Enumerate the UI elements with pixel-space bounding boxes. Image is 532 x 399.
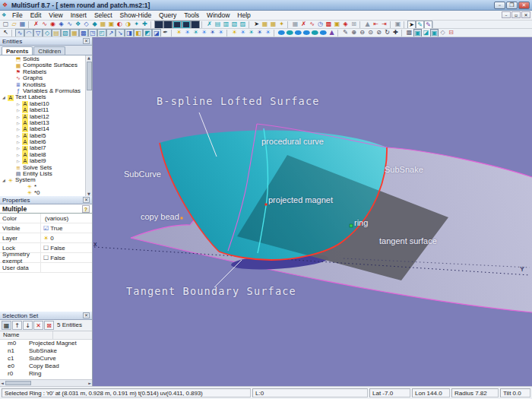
tree-vertical-scrollbar[interactable]: ▲ ▼ — [85, 55, 92, 196]
toolbar-icon[interactable]: ⇤ — [372, 21, 380, 29]
toolbar-icon[interactable]: ▦ — [99, 21, 107, 29]
property-value-icon[interactable]: ☐ — [43, 245, 49, 252]
toolbar-icon[interactable]: ☀ — [217, 29, 225, 37]
property-value-icon[interactable]: ☐ — [43, 255, 49, 261]
tree-item[interactable]: ✳ *0 — [0, 190, 85, 196]
toolbar-icon[interactable]: ↖ — [2, 29, 10, 37]
toolbar-icon[interactable] — [201, 21, 204, 28]
toolbar-icon[interactable]: ▲ — [363, 21, 372, 29]
property-value-icon[interactable]: ☀ — [43, 235, 49, 242]
toolbar-icon[interactable]: ✦ — [132, 21, 141, 29]
toolbar-icon[interactable]: ➤ — [252, 21, 261, 29]
properties-panel-header[interactable]: Properties ✕ — [0, 196, 92, 204]
toolbar-icon[interactable]: ✗ — [32, 21, 40, 29]
toolbar-icon[interactable] — [390, 21, 392, 28]
toolbar-icon[interactable]: ⊞ — [350, 21, 358, 29]
property-value-icon[interactable]: ☑ — [43, 225, 49, 232]
toolbar-icon[interactable]: ∿ — [15, 29, 24, 37]
tree-expander-icon[interactable]: ▷ — [17, 145, 22, 151]
property-row[interactable]: Visible ☑ True — [0, 223, 92, 233]
menu-item[interactable]: Help — [233, 11, 254, 19]
entities-panel-header[interactable]: Entities ✕ — [0, 37, 92, 46]
toolbar-icon[interactable]: ▢ — [2, 21, 10, 29]
toolbar-icon[interactable]: ⊖ — [358, 29, 366, 37]
tree-expander-icon[interactable]: ▷ — [17, 120, 22, 126]
tree-item[interactable]: ▤ Entity Lists — [0, 171, 85, 177]
tree-expander-icon[interactable]: ◢ — [2, 177, 8, 183]
entities-close-icon[interactable]: ✕ — [83, 38, 90, 44]
toolbar-icon[interactable]: ▧ — [230, 21, 239, 29]
toolbar-icon[interactable]: ∿ — [308, 21, 316, 29]
selection-row[interactable]: e0 Copy Bead — [0, 363, 92, 370]
toolbar-icon[interactable]: ☀ — [264, 29, 272, 37]
toolbar-icon[interactable]: ▩ — [325, 21, 333, 29]
toolbar-icon[interactable]: ◪ — [152, 29, 161, 37]
toolbar-icon[interactable]: ◷ — [316, 21, 325, 29]
selection-row[interactable]: m0 Projected Magnet — [0, 340, 92, 347]
menu-item[interactable]: Select — [90, 11, 116, 19]
toolbar-icon[interactable]: ☀ — [200, 29, 208, 37]
toolbar-icon[interactable] — [163, 21, 173, 29]
toolbar-icon[interactable]: ▧ — [61, 29, 70, 37]
toolbar-icon[interactable]: ☀ — [208, 29, 217, 37]
toolbar-icon[interactable]: ▤ — [214, 21, 222, 29]
tree-expander-icon[interactable]: ▷ — [17, 139, 22, 145]
toolbar-icon[interactable]: ✎ — [341, 29, 350, 37]
toolbar-icon[interactable]: ◳ — [88, 29, 97, 37]
toolbar-icon[interactable]: ◈ — [341, 21, 350, 29]
toolbar-icon[interactable]: ⊙ — [366, 29, 375, 37]
toolbar-icon[interactable]: ∿ — [65, 21, 74, 29]
toolbar-icon[interactable]: ☀ — [175, 29, 183, 37]
toolbar-icon[interactable] — [359, 21, 362, 28]
selection-tool-button[interactable]: ⊠ — [44, 321, 54, 330]
toolbar-icon[interactable]: ▣ — [430, 29, 439, 37]
toolbar-icon[interactable]: ● — [318, 29, 330, 37]
menu-item[interactable]: Query — [155, 11, 180, 19]
tab[interactable]: Parents — [2, 46, 33, 55]
tree-expander-icon[interactable]: ▷ — [17, 101, 22, 107]
toolbar-icon[interactable]: ◨ — [125, 29, 134, 37]
property-value[interactable]: (various) — [45, 215, 68, 222]
toolbar-icon[interactable] — [150, 21, 153, 28]
selection-tool-button[interactable]: ↓ — [23, 321, 33, 330]
scroll-thumb[interactable] — [5, 381, 31, 385]
toolbar-icon[interactable]: ◆ — [90, 21, 99, 29]
toolbar-icon[interactable]: ✦ — [277, 21, 286, 29]
toolbar-icon[interactable]: ❖ — [74, 21, 82, 29]
mdi-minimize-button[interactable]: – — [502, 11, 511, 18]
property-row[interactable]: User data — [0, 263, 92, 273]
toolbar-icon[interactable]: ↻ — [383, 29, 391, 37]
tree-expander-icon[interactable]: ▷ — [17, 126, 22, 132]
toolbar-icon[interactable]: ◇ — [43, 29, 52, 37]
toolbar-icon[interactable] — [171, 30, 173, 36]
toolbar-icon[interactable]: ▥ — [222, 21, 230, 29]
toolbar-icon[interactable]: ✒ — [161, 29, 169, 37]
toolbar-icon[interactable]: ▣ — [413, 29, 422, 37]
menu-item[interactable]: File — [8, 11, 27, 19]
toolbar-icon[interactable]: ▦ — [261, 21, 269, 29]
copy-bead-marker[interactable] — [181, 217, 183, 220]
toolbar-icon[interactable]: ▩ — [79, 29, 88, 37]
menu-item[interactable]: Show-Hide — [116, 11, 156, 19]
toolbar-icon[interactable]: ◩ — [143, 29, 152, 37]
selection-horizontal-scrollbar[interactable]: ◄ ► — [0, 379, 92, 386]
projected-magnet-marker[interactable] — [265, 204, 268, 206]
toolbar-icon[interactable]: ▦ — [18, 21, 27, 29]
toolbar-icon[interactable]: ✚ — [391, 29, 400, 37]
toolbar-icon[interactable]: ▣ — [394, 21, 402, 29]
tree-item[interactable]: ◢ ✳ System — [0, 177, 85, 183]
toolbar-icon[interactable]: ✗ — [299, 21, 308, 29]
viewport-3d[interactable]: B-spline Lofted Surfaceprocedural curveS… — [93, 37, 532, 386]
toolbar-icon[interactable]: ➤ — [407, 21, 416, 29]
selection-tool-button[interactable]: ✕ — [33, 321, 43, 330]
tree-item[interactable]: ⚑ Relabels — [0, 69, 85, 75]
toolbar-icon[interactable]: ✎ — [424, 21, 432, 29]
toolbar-icon[interactable] — [226, 30, 229, 36]
toolbar-icon[interactable] — [173, 21, 182, 29]
scroll-thumb[interactable] — [87, 62, 92, 90]
property-value[interactable]: 0 — [50, 235, 53, 242]
property-value[interactable]: False — [50, 255, 65, 261]
selection-tool-button[interactable]: ▦ — [2, 321, 11, 330]
toolbar-icon[interactable]: ▣ — [107, 21, 116, 29]
toolbar-icon[interactable]: ✗ — [205, 21, 214, 29]
